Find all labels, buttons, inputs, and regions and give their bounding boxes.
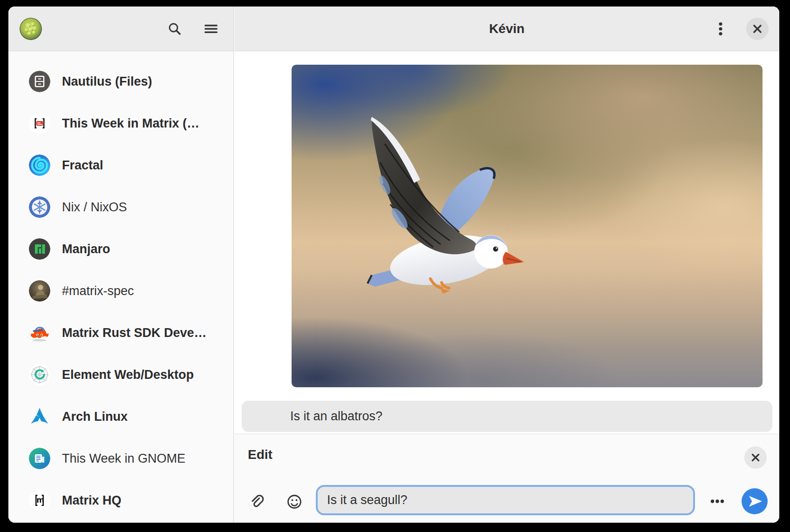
chat-panel: Kévin bbox=[234, 7, 779, 523]
room-name: Matrix Rust SDK Deve… bbox=[62, 326, 226, 340]
sidebar-item-arch-linux[interactable]: Arch Linux bbox=[8, 396, 233, 438]
emoji-icon bbox=[286, 493, 303, 510]
chat-headerbar: Kévin bbox=[234, 7, 779, 51]
kebab-menu-icon bbox=[712, 20, 729, 37]
room-title: Kévin bbox=[234, 7, 779, 51]
element-icon bbox=[29, 364, 50, 385]
arch-linux-icon bbox=[29, 406, 50, 427]
sidebar-headerbar bbox=[8, 7, 233, 51]
sidebar-item-nix-nixos[interactable]: Nix / NixOS bbox=[8, 186, 233, 228]
twim-icon bbox=[29, 113, 50, 134]
sidebar-item-manjaro[interactable]: Manjaro bbox=[8, 228, 233, 270]
sidebar: Nautilus (Files) This Week in Matrix (… … bbox=[8, 7, 234, 523]
nixos-icon bbox=[29, 196, 50, 218]
message-bubble[interactable]: Is it an albatros? bbox=[242, 401, 772, 432]
room-name: Arch Linux bbox=[62, 410, 226, 424]
edit-area: Edit bbox=[234, 434, 779, 523]
twig-icon bbox=[29, 448, 50, 469]
sidebar-item-this-week-in-gnome[interactable]: This Week in GNOME bbox=[8, 438, 233, 479]
nautilus-files-icon bbox=[29, 71, 50, 92]
window-close-button[interactable] bbox=[746, 18, 769, 40]
more-options-icon bbox=[709, 493, 726, 510]
sidebar-item-this-week-in-matrix[interactable]: This Week in Matrix (… bbox=[8, 102, 233, 144]
cancel-edit-button[interactable] bbox=[744, 446, 767, 469]
room-name: Nix / NixOS bbox=[62, 200, 226, 215]
sidebar-item-element-web-desktop[interactable]: Element Web/Desktop bbox=[8, 354, 233, 396]
room-name: This Week in Matrix (… bbox=[62, 116, 226, 131]
sidebar-item-matrix-spec[interactable]: #matrix-spec bbox=[8, 270, 233, 312]
room-name: Nautilus (Files) bbox=[62, 74, 226, 89]
sidebar-item-matrix-rust-sdk-deve[interactable]: Matrix Rust SDK Deve… bbox=[8, 312, 233, 354]
room-name: Matrix HQ bbox=[62, 493, 226, 508]
sidebar-item-matrix-hq[interactable]: Matrix HQ bbox=[8, 479, 233, 521]
matrix-spec-photo bbox=[29, 280, 50, 302]
close-icon bbox=[749, 20, 766, 37]
room-name: This Week in GNOME bbox=[62, 451, 226, 466]
matrix-hq-icon bbox=[29, 490, 50, 511]
main-menu-icon bbox=[203, 20, 219, 37]
image-message[interactable] bbox=[292, 65, 763, 387]
sidebar-item-nautilus-files[interactable]: Nautilus (Files) bbox=[8, 61, 233, 102]
message-input[interactable] bbox=[316, 485, 695, 515]
romanesco-avatar bbox=[20, 18, 42, 40]
attach-icon bbox=[248, 493, 265, 510]
room-list: Nautilus (Files) This Week in Matrix (… … bbox=[8, 51, 233, 523]
main-menu-button[interactable] bbox=[200, 18, 222, 40]
seagull-illustration bbox=[292, 65, 763, 387]
room-menu-button[interactable] bbox=[709, 18, 732, 40]
room-name: Manjaro bbox=[62, 242, 226, 256]
user-avatar[interactable] bbox=[20, 18, 42, 40]
edit-mode-label: Edit bbox=[248, 447, 272, 462]
room-name: Fractal bbox=[62, 158, 226, 173]
send-icon bbox=[742, 488, 768, 514]
rust-crab-icon bbox=[29, 322, 50, 343]
fractal-window: Nautilus (Files) This Week in Matrix (… … bbox=[8, 7, 779, 523]
close-icon bbox=[747, 449, 764, 466]
attach-file-button[interactable] bbox=[245, 491, 267, 513]
message-text: Is it an albatros? bbox=[290, 401, 382, 432]
send-button[interactable] bbox=[742, 488, 768, 514]
search-button[interactable] bbox=[163, 18, 186, 40]
emoji-picker-button[interactable] bbox=[283, 491, 306, 513]
room-name: Element Web/Desktop bbox=[62, 368, 226, 382]
search-icon bbox=[166, 20, 183, 37]
manjaro-icon bbox=[29, 238, 50, 260]
room-name: #matrix-spec bbox=[62, 284, 226, 298]
sidebar-item-fractal[interactable]: Fractal bbox=[8, 144, 233, 186]
fractal-icon bbox=[29, 155, 50, 176]
more-options-button[interactable] bbox=[706, 490, 729, 512]
